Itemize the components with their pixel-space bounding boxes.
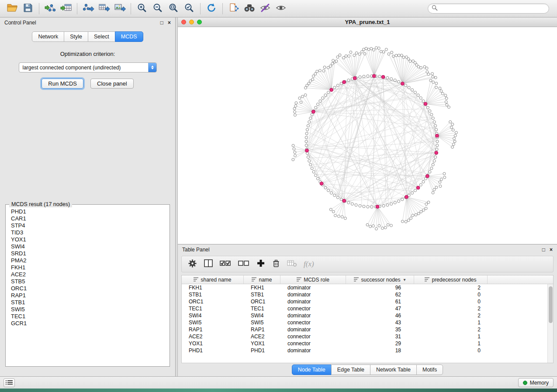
network-leaf-node[interactable] (435, 82, 438, 85)
network-ring-node[interactable] (436, 144, 439, 147)
network-ring-node[interactable] (306, 128, 308, 131)
network-leaf-node[interactable] (353, 54, 356, 57)
network-ring-node[interactable] (319, 100, 322, 102)
network-leaf-node[interactable] (446, 103, 448, 106)
network-leaf-node[interactable] (370, 47, 373, 50)
network-leaf-node[interactable] (452, 129, 454, 131)
network-ring-node[interactable] (422, 180, 425, 183)
network-ring-node[interactable] (414, 189, 416, 192)
network-leaf-node[interactable] (398, 54, 400, 57)
network-leaf-node[interactable] (395, 54, 398, 57)
network-leaf-node[interactable] (314, 72, 317, 75)
tab-select[interactable]: Select (88, 31, 115, 42)
mcds-node[interactable] (343, 199, 346, 203)
network-leaf-node[interactable] (417, 212, 420, 215)
network-ring-node[interactable] (307, 156, 309, 158)
network-leaf-node[interactable] (335, 60, 338, 62)
network-ring-node[interactable] (312, 171, 315, 173)
network-leaf-node[interactable] (323, 66, 326, 69)
network-leaf-node[interactable] (301, 95, 304, 98)
network-leaf-node[interactable] (454, 134, 457, 137)
export-image-button[interactable] (112, 2, 128, 16)
network-ring-node[interactable] (316, 177, 319, 180)
network-ring-node[interactable] (347, 201, 350, 204)
network-ring-node[interactable] (327, 189, 329, 192)
network-graph[interactable] (178, 27, 557, 244)
network-leaf-node[interactable] (331, 62, 334, 65)
table-tab-edge-table[interactable]: Edge Table (331, 364, 370, 375)
mcds-result-item[interactable]: ACE2 (7, 271, 169, 278)
network-leaf-node[interactable] (440, 90, 443, 93)
table-row[interactable]: ORC1ORC1dominator610 (182, 298, 547, 305)
network-ring-node[interactable] (390, 203, 393, 205)
find-button[interactable] (242, 2, 257, 16)
column-header-predecessor-nodes[interactable]: predecessor nodes (414, 275, 488, 284)
float-panel-icon[interactable]: □ (542, 247, 545, 252)
network-ring-node[interactable] (333, 194, 336, 196)
scrollbar-thumb[interactable] (549, 286, 553, 323)
table-row[interactable]: SWI4SWI4dominator462 (182, 312, 547, 319)
network-leaf-node[interactable] (422, 209, 425, 211)
network-leaf-node[interactable] (401, 220, 404, 223)
network-ring-node[interactable] (434, 156, 437, 158)
network-ring-node[interactable] (370, 206, 373, 208)
network-ring-node[interactable] (436, 140, 439, 143)
network-leaf-node[interactable] (345, 55, 347, 57)
network-leaf-node[interactable] (294, 105, 297, 107)
mcds-result-item[interactable]: SRD1 (7, 250, 169, 257)
network-ring-node[interactable] (422, 100, 425, 102)
add-column-button[interactable] (256, 259, 265, 269)
network-ring-node[interactable] (327, 91, 329, 94)
network-leaf-node[interactable] (443, 172, 446, 175)
network-leaf-node[interactable] (327, 66, 329, 69)
network-leaf-node[interactable] (425, 203, 428, 206)
network-leaf-node[interactable] (440, 178, 443, 181)
network-leaf-node[interactable] (322, 69, 325, 72)
network-leaf-node[interactable] (294, 110, 296, 113)
network-ring-node[interactable] (419, 183, 422, 186)
network-leaf-node[interactable] (409, 60, 412, 62)
export-network-button[interactable] (80, 2, 96, 16)
network-leaf-node[interactable] (300, 101, 302, 103)
network-leaf-node[interactable] (361, 51, 363, 53)
network-ring-node[interactable] (394, 79, 396, 82)
mcds-result-item[interactable]: ORC1 (7, 285, 169, 292)
network-leaf-node[interactable] (410, 217, 412, 220)
network-leaf-node[interactable] (412, 60, 415, 62)
network-ring-node[interactable] (386, 76, 389, 79)
network-ring-node[interactable] (336, 196, 339, 199)
column-header-successor-nodes[interactable]: successor nodes▾ (346, 275, 414, 284)
tab-network[interactable]: Network (32, 31, 64, 42)
close-panel-button[interactable]: Close panel (90, 79, 134, 89)
network-ring-node[interactable] (309, 117, 312, 120)
network-leaf-node[interactable] (420, 210, 422, 213)
network-leaf-node[interactable] (294, 151, 296, 154)
mcds-node[interactable] (353, 76, 356, 80)
network-leaf-node[interactable] (453, 140, 456, 143)
mcds-node[interactable] (405, 195, 408, 199)
table-scrollbar[interactable] (547, 284, 553, 363)
network-ring-node[interactable] (401, 198, 404, 201)
network-leaf-node[interactable] (391, 51, 393, 54)
mcds-node[interactable] (376, 205, 379, 209)
hide-selected-button[interactable] (257, 2, 273, 16)
mcds-result-item[interactable]: PMA2 (7, 257, 169, 264)
network-leaf-node[interactable] (304, 94, 307, 96)
open-file-button[interactable] (4, 2, 20, 16)
zoom-in-button[interactable] (134, 2, 150, 16)
network-ring-node[interactable] (405, 84, 407, 87)
network-ring-node[interactable] (324, 186, 327, 189)
network-leaf-node[interactable] (447, 106, 450, 108)
network-ring-node[interactable] (309, 163, 312, 166)
mcds-result-item[interactable]: FKH1 (7, 264, 169, 271)
network-ring-node[interactable] (394, 201, 396, 204)
network-leaf-node[interactable] (337, 215, 340, 217)
network-leaf-node[interactable] (339, 54, 341, 56)
network-leaf-node[interactable] (341, 216, 343, 218)
network-leaf-node[interactable] (390, 224, 392, 227)
network-leaf-node[interactable] (433, 188, 436, 191)
network-leaf-node[interactable] (444, 94, 447, 97)
network-ring-node[interactable] (386, 204, 389, 206)
network-leaf-node[interactable] (372, 225, 374, 227)
mcds-result-item[interactable]: CAR1 (7, 215, 169, 222)
